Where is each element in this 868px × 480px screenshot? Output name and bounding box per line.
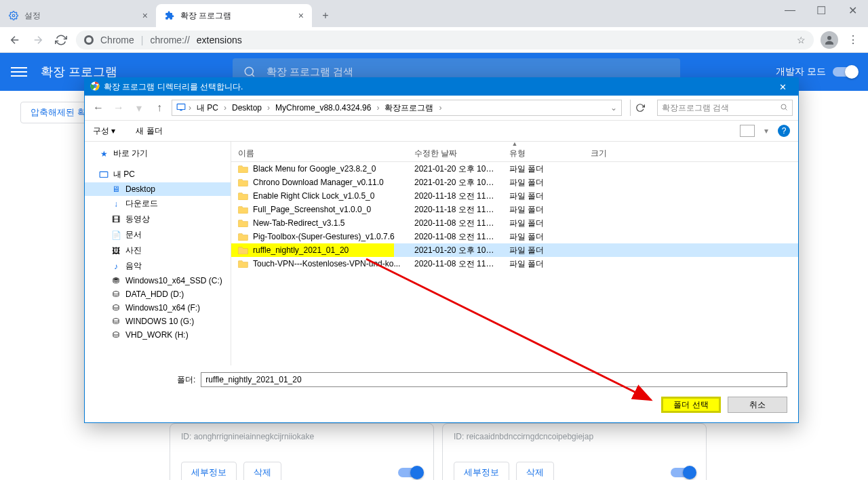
extension-toggle[interactable] xyxy=(671,468,695,477)
menu-icon[interactable] xyxy=(11,64,27,80)
extension-card: ID: reicaaidnbdnccirngdcncoipebgiejap 세부… xyxy=(442,423,707,480)
file-row[interactable]: Touch-VPN---Kostenloses-VPN-und-ko...202… xyxy=(231,257,798,271)
remove-button[interactable]: 삭제 xyxy=(243,462,281,480)
close-window-button[interactable]: ✕ xyxy=(837,0,868,20)
tree-pictures[interactable]: 🖼 사진 xyxy=(85,243,231,258)
menu-button[interactable]: ⋮ xyxy=(845,33,861,46)
file-row[interactable]: ruffle_nightly_2021_01_202021-01-20 오후 1… xyxy=(231,243,798,257)
col-type[interactable]: 유형 xyxy=(502,148,584,159)
download-icon: ↓ xyxy=(111,199,121,209)
extension-toggle[interactable] xyxy=(398,468,422,477)
tree-this-pc[interactable]: 내 PC xyxy=(85,167,231,182)
column-headers: 이름 수정한 날짜 유형 크기 xyxy=(231,146,798,162)
folder-icon xyxy=(238,191,249,200)
tree-desktop[interactable]: 🖥 Desktop xyxy=(85,182,231,196)
minimize-button[interactable]: — xyxy=(774,0,806,20)
file-row[interactable]: Enable Right Click Lock_v1.0.5_02020-11-… xyxy=(231,189,798,203)
details-button[interactable]: 세부정보 xyxy=(454,462,509,480)
breadcrumb[interactable]: › 내 PC › Desktop › MyChrome_v88.0.4324.9… xyxy=(172,100,622,116)
extension-id: ID: aonghrrignineiainnegkcijrniiokake xyxy=(181,432,422,441)
file-row[interactable]: Chrono Download Manager_v0.11.02021-01-2… xyxy=(231,176,798,189)
tree-videos[interactable]: 🎞 동영상 xyxy=(85,212,231,227)
breadcrumb-item[interactable]: Desktop xyxy=(229,103,264,113)
drive-icon: ⛁ xyxy=(111,289,121,299)
maximize-button[interactable]: ☐ xyxy=(806,0,837,20)
dialog-title: 확장 프로그램 디렉터리를 선택합니다. xyxy=(104,81,243,93)
dialog-search[interactable]: 확장프로그램 검색 xyxy=(657,100,793,116)
extension-card: ID: aonghrrignineiainnegkcijrniiokake 세부… xyxy=(170,423,434,480)
nav-up-button[interactable]: ↑ xyxy=(151,100,167,116)
video-icon: 🎞 xyxy=(111,215,121,224)
col-date[interactable]: 수정한 날짜 xyxy=(408,148,502,159)
col-size[interactable]: 크기 xyxy=(584,148,638,159)
chrome-icon xyxy=(90,81,100,93)
folder-input[interactable] xyxy=(201,372,787,387)
tree-quick-access[interactable]: ★ 바로 가기 xyxy=(85,146,231,161)
file-row[interactable]: Black Menu for Google_v23.8.2_02021-01-2… xyxy=(231,162,798,176)
tree-drive[interactable]: ⛃ Windows10_x64_SSD (C:) xyxy=(85,274,231,287)
file-row[interactable]: Full_Page_Screenshot_v1.0.0_02020-11-18 … xyxy=(231,203,798,216)
svg-point-7 xyxy=(781,104,786,109)
tab-extensions[interactable]: 확장 프로그램 × xyxy=(156,4,312,27)
cancel-button[interactable]: 취소 xyxy=(728,397,787,413)
folder-tree: ★ 바로 가기 내 PC 🖥 Desktop ↓ 다운로드 🎞 동영상 📄 xyxy=(85,142,231,365)
details-button[interactable]: 세부정보 xyxy=(181,462,237,480)
breadcrumb-item[interactable]: MyChrome_v88.0.4324.96 xyxy=(273,103,374,113)
folder-select-dialog: 확장 프로그램 디렉터리를 선택합니다. ✕ ← → ▾ ↑ › 내 PC › … xyxy=(84,77,799,423)
select-folder-button[interactable]: 폴더 선택 xyxy=(661,397,721,413)
search-placeholder: 확장프로그램 검색 xyxy=(662,102,729,114)
window-controls: — ☐ ✕ xyxy=(774,0,868,20)
chevron-down-icon[interactable]: ⌄ xyxy=(610,103,617,113)
avatar[interactable] xyxy=(821,31,838,49)
pc-icon xyxy=(176,103,186,113)
tree-drive[interactable]: ⛁ VHD_WORK (H:) xyxy=(85,328,231,342)
omnibox[interactable]: Chrome | chrome://extensions ☆ xyxy=(76,31,814,49)
star-icon[interactable]: ☆ xyxy=(797,35,806,45)
breadcrumb-item[interactable]: 확장프로그램 xyxy=(382,102,436,114)
nav-back-button[interactable]: ← xyxy=(90,100,106,116)
pc-icon xyxy=(98,170,109,180)
new-tab-button[interactable]: + xyxy=(316,6,335,25)
tree-drive[interactable]: ⛁ Windows10_x64 (F:) xyxy=(85,301,231,315)
refresh-button[interactable] xyxy=(630,100,649,116)
tree-drive[interactable]: ⛁ DATA_HDD (D:) xyxy=(85,287,231,301)
svg-point-2 xyxy=(245,67,253,75)
svg-rect-6 xyxy=(180,109,182,111)
music-icon: ♪ xyxy=(111,262,121,271)
nav-recent-button[interactable]: ▾ xyxy=(131,100,147,116)
drive-icon: ⛁ xyxy=(111,317,121,326)
file-row[interactable]: Pig-Toolbox-(Super-Gestures)_v1.0.7.6202… xyxy=(231,230,798,243)
breadcrumb-item[interactable]: 내 PC xyxy=(194,102,221,114)
tree-music[interactable]: ♪ 음악 xyxy=(85,258,231,274)
dev-mode-toggle[interactable] xyxy=(833,67,857,77)
file-list: ▲ 이름 수정한 날짜 유형 크기 Black Menu for Google_… xyxy=(231,142,798,365)
help-icon[interactable]: ? xyxy=(778,125,790,137)
close-icon[interactable]: × xyxy=(298,10,304,21)
organize-button[interactable]: 구성 ▾ xyxy=(93,125,115,137)
svg-point-0 xyxy=(12,14,15,17)
nav-forward-button[interactable]: → xyxy=(111,100,127,116)
col-name[interactable]: 이름 xyxy=(231,148,408,159)
file-row[interactable]: New-Tab-Redirect_v3.1.52020-11-08 오전 11:… xyxy=(231,216,798,230)
omnibox-path: extensions xyxy=(197,35,242,45)
dialog-close-button[interactable]: ✕ xyxy=(772,82,793,92)
document-icon: 📄 xyxy=(111,231,121,240)
close-icon[interactable]: × xyxy=(142,10,148,21)
new-folder-button[interactable]: 새 폴더 xyxy=(136,125,162,137)
view-options-button[interactable] xyxy=(740,125,755,137)
forward-button[interactable] xyxy=(30,32,46,48)
tab-settings[interactable]: 설정 × xyxy=(0,4,156,27)
developer-mode: 개발자 모드 xyxy=(776,66,857,78)
tab-label: 설정 xyxy=(24,10,41,22)
back-button[interactable] xyxy=(7,32,23,48)
folder-icon xyxy=(238,164,249,173)
folder-icon xyxy=(238,245,249,254)
tab-label: 확장 프로그램 xyxy=(180,10,231,22)
tree-drive[interactable]: ⛁ WINDOWS 10 (G:) xyxy=(85,315,231,328)
tree-documents[interactable]: 📄 문서 xyxy=(85,227,231,243)
tree-downloads[interactable]: ↓ 다운로드 xyxy=(85,196,231,212)
search-icon xyxy=(243,66,256,78)
remove-button[interactable]: 삭제 xyxy=(516,462,554,480)
reload-button[interactable] xyxy=(53,32,69,48)
drive-icon: ⛁ xyxy=(111,303,121,313)
